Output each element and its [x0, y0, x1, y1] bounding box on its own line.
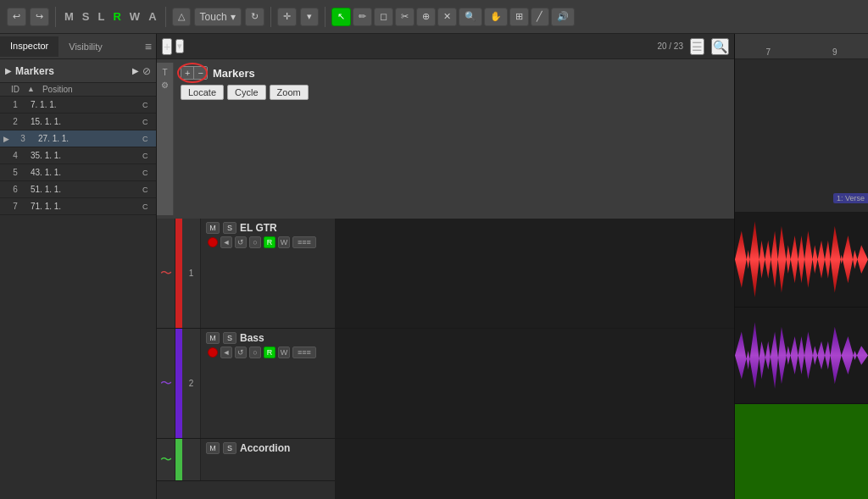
undo-button[interactable]: ↩: [7, 8, 26, 26]
marker-remove-button[interactable]: −: [194, 67, 206, 79]
el-gtr-waveform-display: [735, 212, 868, 308]
toolbar-m-button[interactable]: M: [62, 8, 76, 25]
table-row[interactable]: 5 43. 1. 1. C: [0, 164, 156, 181]
glue-tool[interactable]: ⊕: [416, 8, 436, 26]
el-gtr-monitor-button[interactable]: ◄: [220, 236, 232, 248]
el-gtr-audio-icon: 〜: [160, 266, 172, 281]
marker-sidebar: T ⚙: [157, 63, 174, 215]
main-area: Inspector Visibility ≡ ▶ Markers ▶ ⊘ ID …: [0, 34, 868, 499]
hand-tool[interactable]: ✋: [484, 8, 508, 26]
bass-midi-button[interactable]: ≡≡≡: [292, 347, 316, 358]
bass-w-button[interactable]: W: [278, 347, 290, 358]
el-gtr-w-button[interactable]: W: [278, 236, 290, 248]
el-gtr-freeze-button[interactable]: ↺: [235, 236, 247, 248]
accordion-track-num: [182, 439, 201, 480]
cycle-button[interactable]: Cycle: [227, 85, 266, 100]
bass-record-button[interactable]: [208, 347, 218, 358]
add-lane-button[interactable]: +: [162, 38, 172, 55]
markers-bypass-icon[interactable]: ⊘: [142, 65, 151, 77]
scissors-tool[interactable]: ✂: [395, 8, 415, 26]
inspector-panel: Inspector Visibility ≡ ▶ Markers ▶ ⊘ ID …: [0, 34, 157, 499]
bass-lane-button[interactable]: ○: [249, 347, 261, 358]
marker-position: 51. 1. 1.: [27, 185, 142, 194]
marker-position: 35. 1. 1.: [27, 151, 142, 160]
el-gtr-lane-button[interactable]: ○: [249, 236, 261, 248]
markers-table: ID ▲ Position 1 7. 1. 1. C 2 15. 1. 1. C…: [0, 83, 156, 499]
toolbar-l-button[interactable]: L: [96, 8, 108, 25]
list-view-icon[interactable]: ☰: [690, 38, 704, 55]
search-icon[interactable]: 🔍: [711, 38, 729, 55]
el-gtr-record-button[interactable]: [208, 237, 218, 247]
table-row[interactable]: 4 35. 1. 1. C: [0, 147, 156, 164]
bass-m-button[interactable]: M: [206, 332, 220, 344]
marker-position: 7. 1. 1.: [27, 100, 142, 109]
bass-r-button[interactable]: R: [264, 347, 275, 358]
bass-s-button[interactable]: S: [223, 332, 236, 344]
tab-visibility[interactable]: Visibility: [58, 37, 113, 56]
split-tool[interactable]: ⊞: [509, 8, 529, 26]
bass-freeze-button[interactable]: ↺: [235, 347, 247, 358]
table-row[interactable]: 2 15. 1. 1. C: [0, 114, 156, 130]
marker-add-controls-container: + −: [181, 66, 208, 80]
marker-settings-icon[interactable]: ⚙: [161, 80, 169, 90]
touch-dropdown[interactable]: Touch ▾: [194, 8, 242, 26]
accordion-s-button[interactable]: S: [223, 442, 236, 454]
accordion-audio-icon: 〜: [160, 452, 172, 468]
el-gtr-m-button[interactable]: M: [206, 222, 220, 234]
zoom-tool[interactable]: 🔍: [459, 8, 482, 26]
el-gtr-r-button[interactable]: R: [264, 236, 275, 248]
bass-btn-row: ◄ ↺ ○ R W ≡≡≡: [206, 347, 330, 358]
crosshair-icon[interactable]: ✛: [277, 8, 297, 26]
tab-menu-icon[interactable]: ≡: [145, 40, 152, 53]
col-header-id: ID: [3, 85, 27, 94]
table-row[interactable]: 6 51. 1. 1. C: [0, 181, 156, 198]
inspector-tabs: Inspector Visibility ≡: [0, 34, 156, 59]
table-row[interactable]: 7 71. 1. 1. C: [0, 198, 156, 215]
marker-flag: C: [142, 118, 153, 126]
markers-play-icon[interactable]: ▶: [5, 66, 12, 75]
table-row[interactable]: ▶ 3 27. 1. 1. C: [0, 130, 156, 147]
redo-button[interactable]: ↪: [30, 8, 49, 26]
toolbar-w-button[interactable]: W: [127, 8, 142, 25]
lane-dropdown-button[interactable]: ▾: [175, 39, 184, 53]
bass-waveform-display: [735, 308, 868, 403]
marker-flag: C: [142, 202, 153, 211]
marker-position: 27. 1. 1.: [35, 134, 142, 143]
center-area: + ▾ 20 / 23 ☰ 🔍 T ⚙ + −: [157, 34, 734, 499]
el-gtr-controls: M S EL GTR ◄ ↺ ○ R W ≡≡≡: [201, 219, 335, 328]
markers-arrow-icon[interactable]: ▶: [132, 66, 139, 75]
tool-group: ↖ ✏ ◻ ✂ ⊕ ✕ 🔍 ✋ ⊞ ╱ 🔊: [331, 8, 575, 26]
marker-position: 71. 1. 1.: [27, 202, 142, 211]
marker-flag: C: [142, 135, 153, 143]
pencil-tool[interactable]: ✏: [353, 8, 372, 26]
eraser-tool[interactable]: ◻: [374, 8, 393, 26]
tab-inspector[interactable]: Inspector: [0, 36, 58, 57]
marker-id: 7: [3, 202, 27, 211]
marker-filter-icon[interactable]: T: [162, 68, 167, 77]
diagonal-tool[interactable]: ╱: [531, 8, 549, 26]
el-gtr-s-button[interactable]: S: [223, 222, 236, 234]
toolbar-a-button[interactable]: A: [146, 8, 159, 25]
bass-color-stripe: [175, 329, 182, 438]
refresh-icon[interactable]: ↻: [245, 8, 264, 26]
automation-icon[interactable]: △: [172, 8, 191, 26]
bass-monitor-button[interactable]: ◄: [220, 347, 232, 358]
accordion-m-button[interactable]: M: [206, 442, 220, 454]
marker-add-button[interactable]: +: [181, 67, 194, 79]
dropdown-small[interactable]: ▾: [300, 8, 319, 26]
marker-add-remove-buttons: + −: [181, 66, 208, 80]
toolbar-s-button[interactable]: S: [80, 8, 92, 25]
table-header: ID ▲ Position: [0, 83, 156, 97]
table-row[interactable]: 1 7. 1. 1. C: [0, 97, 156, 114]
zoom-button[interactable]: Zoom: [270, 85, 309, 100]
marker-flag: C: [142, 101, 153, 109]
locate-button[interactable]: Locate: [181, 85, 224, 100]
speaker-icon[interactable]: 🔊: [551, 8, 575, 26]
mute-tool[interactable]: ✕: [437, 8, 457, 26]
marker-lane-topbar: + ▾ 20 / 23 ☰ 🔍: [157, 34, 734, 59]
accordion-waveform-icon: 〜: [157, 439, 175, 480]
pointer-tool[interactable]: ↖: [331, 8, 351, 26]
el-gtr-midi-button[interactable]: ≡≡≡: [292, 236, 316, 248]
toolbar-r-button[interactable]: R: [110, 8, 123, 25]
marker-title-row: + − Markers: [181, 66, 727, 80]
